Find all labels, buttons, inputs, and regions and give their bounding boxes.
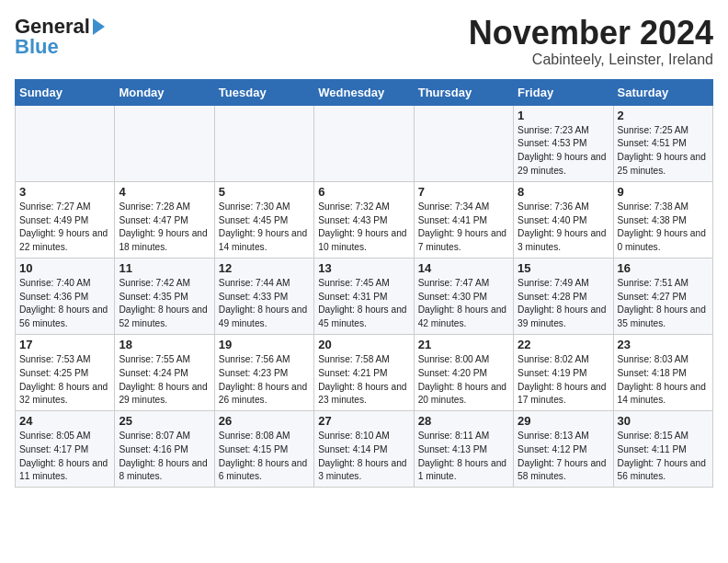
day-info: Sunrise: 7:28 AM Sunset: 4:47 PM Dayligh… bbox=[119, 201, 210, 255]
day-number: 22 bbox=[518, 338, 609, 351]
day-number: 7 bbox=[418, 185, 509, 199]
day-number: 3 bbox=[19, 185, 110, 199]
table-row: 9Sunrise: 7:38 AM Sunset: 4:38 PM Daylig… bbox=[613, 181, 712, 258]
day-number: 25 bbox=[119, 414, 210, 428]
day-info: Sunrise: 8:02 AM Sunset: 4:19 PM Dayligh… bbox=[518, 353, 609, 408]
day-info: Sunrise: 7:40 AM Sunset: 4:36 PM Dayligh… bbox=[19, 277, 110, 331]
day-number: 24 bbox=[19, 414, 110, 428]
day-info: Sunrise: 7:47 AM Sunset: 4:30 PM Dayligh… bbox=[418, 277, 509, 331]
day-info: Sunrise: 8:05 AM Sunset: 4:17 PM Dayligh… bbox=[19, 430, 110, 484]
title-area: November 2024 Cabinteely, Leinster, Irel… bbox=[469, 15, 713, 68]
table-row: 24Sunrise: 8:05 AM Sunset: 4:17 PM Dayli… bbox=[16, 411, 115, 488]
day-info: Sunrise: 7:27 AM Sunset: 4:49 PM Dayligh… bbox=[19, 201, 110, 255]
day-number: 29 bbox=[518, 414, 609, 428]
day-info: Sunrise: 7:38 AM Sunset: 4:38 PM Dayligh… bbox=[618, 201, 709, 255]
day-info: Sunrise: 8:10 AM Sunset: 4:14 PM Dayligh… bbox=[318, 430, 409, 484]
day-info: Sunrise: 7:51 AM Sunset: 4:27 PM Dayligh… bbox=[618, 277, 709, 331]
day-number: 16 bbox=[618, 261, 709, 275]
table-row: 20Sunrise: 7:58 AM Sunset: 4:21 PM Dayli… bbox=[314, 334, 414, 410]
logo: General Blue bbox=[15, 15, 105, 59]
calendar-table: Sunday Monday Tuesday Wednesday Thursday… bbox=[15, 79, 713, 488]
day-info: Sunrise: 7:42 AM Sunset: 4:35 PM Dayligh… bbox=[119, 277, 210, 331]
table-row: 17Sunrise: 7:53 AM Sunset: 4:25 PM Dayli… bbox=[16, 334, 115, 410]
subtitle: Cabinteely, Leinster, Ireland bbox=[469, 52, 713, 68]
day-info: Sunrise: 8:07 AM Sunset: 4:16 PM Dayligh… bbox=[119, 430, 210, 484]
day-number: 9 bbox=[618, 185, 709, 199]
day-number: 28 bbox=[418, 414, 509, 428]
day-number: 20 bbox=[318, 338, 409, 351]
day-number: 6 bbox=[318, 185, 409, 199]
day-info: Sunrise: 7:36 AM Sunset: 4:40 PM Dayligh… bbox=[518, 201, 609, 255]
day-info: Sunrise: 7:45 AM Sunset: 4:31 PM Dayligh… bbox=[318, 277, 409, 331]
day-number: 5 bbox=[219, 185, 310, 199]
table-row: 28Sunrise: 8:11 AM Sunset: 4:13 PM Dayli… bbox=[414, 411, 513, 488]
day-number: 15 bbox=[518, 261, 609, 275]
day-info: Sunrise: 7:49 AM Sunset: 4:28 PM Dayligh… bbox=[518, 277, 609, 331]
col-monday: Monday bbox=[115, 79, 214, 105]
day-info: Sunrise: 8:11 AM Sunset: 4:13 PM Dayligh… bbox=[418, 430, 509, 484]
day-info: Sunrise: 8:03 AM Sunset: 4:18 PM Dayligh… bbox=[618, 353, 709, 408]
table-row: 7Sunrise: 7:34 AM Sunset: 4:41 PM Daylig… bbox=[414, 181, 513, 258]
day-info: Sunrise: 8:13 AM Sunset: 4:12 PM Dayligh… bbox=[518, 430, 609, 484]
table-row: 29Sunrise: 8:13 AM Sunset: 4:12 PM Dayli… bbox=[514, 411, 613, 488]
table-row bbox=[214, 105, 313, 181]
table-row bbox=[16, 105, 115, 181]
table-row: 4Sunrise: 7:28 AM Sunset: 4:47 PM Daylig… bbox=[115, 181, 214, 258]
week-row-2: 10Sunrise: 7:40 AM Sunset: 4:36 PM Dayli… bbox=[16, 258, 713, 334]
table-row: 2Sunrise: 7:25 AM Sunset: 4:51 PM Daylig… bbox=[613, 105, 712, 181]
day-number: 30 bbox=[618, 414, 709, 428]
day-number: 19 bbox=[219, 338, 310, 351]
col-sunday: Sunday bbox=[16, 79, 115, 105]
table-row: 5Sunrise: 7:30 AM Sunset: 4:45 PM Daylig… bbox=[214, 181, 313, 258]
table-row: 27Sunrise: 8:10 AM Sunset: 4:14 PM Dayli… bbox=[314, 411, 414, 488]
day-info: Sunrise: 7:58 AM Sunset: 4:21 PM Dayligh… bbox=[318, 353, 409, 408]
table-row: 3Sunrise: 7:27 AM Sunset: 4:49 PM Daylig… bbox=[16, 181, 115, 258]
table-row: 11Sunrise: 7:42 AM Sunset: 4:35 PM Dayli… bbox=[115, 258, 214, 334]
day-number: 27 bbox=[318, 414, 409, 428]
day-number: 12 bbox=[219, 261, 310, 275]
table-row: 21Sunrise: 8:00 AM Sunset: 4:20 PM Dayli… bbox=[414, 334, 513, 410]
table-row: 18Sunrise: 7:55 AM Sunset: 4:24 PM Dayli… bbox=[115, 334, 214, 410]
table-row: 1Sunrise: 7:23 AM Sunset: 4:53 PM Daylig… bbox=[514, 105, 613, 181]
col-wednesday: Wednesday bbox=[314, 79, 414, 105]
table-row: 30Sunrise: 8:15 AM Sunset: 4:11 PM Dayli… bbox=[613, 411, 712, 488]
table-row: 15Sunrise: 7:49 AM Sunset: 4:28 PM Dayli… bbox=[514, 258, 613, 334]
week-row-0: 1Sunrise: 7:23 AM Sunset: 4:53 PM Daylig… bbox=[16, 105, 713, 181]
col-saturday: Saturday bbox=[613, 79, 712, 105]
week-row-3: 17Sunrise: 7:53 AM Sunset: 4:25 PM Dayli… bbox=[16, 334, 713, 410]
table-row: 19Sunrise: 7:56 AM Sunset: 4:23 PM Dayli… bbox=[214, 334, 313, 410]
day-number: 21 bbox=[418, 338, 509, 351]
table-row: 6Sunrise: 7:32 AM Sunset: 4:43 PM Daylig… bbox=[314, 181, 414, 258]
table-row: 22Sunrise: 8:02 AM Sunset: 4:19 PM Dayli… bbox=[514, 334, 613, 410]
week-row-4: 24Sunrise: 8:05 AM Sunset: 4:17 PM Dayli… bbox=[16, 411, 713, 488]
day-number: 18 bbox=[119, 338, 210, 351]
day-number: 10 bbox=[19, 261, 110, 275]
day-info: Sunrise: 7:32 AM Sunset: 4:43 PM Dayligh… bbox=[318, 201, 409, 255]
table-row: 13Sunrise: 7:45 AM Sunset: 4:31 PM Dayli… bbox=[314, 258, 414, 334]
table-row: 26Sunrise: 8:08 AM Sunset: 4:15 PM Dayli… bbox=[214, 411, 313, 488]
day-info: Sunrise: 8:00 AM Sunset: 4:20 PM Dayligh… bbox=[418, 353, 509, 408]
header: General Blue November 2024 Cabinteely, L… bbox=[15, 15, 713, 68]
table-row: 16Sunrise: 7:51 AM Sunset: 4:27 PM Dayli… bbox=[613, 258, 712, 334]
day-number: 11 bbox=[119, 261, 210, 275]
logo-blue: Blue bbox=[15, 35, 59, 59]
table-row: 12Sunrise: 7:44 AM Sunset: 4:33 PM Dayli… bbox=[214, 258, 313, 334]
logo-arrow-icon bbox=[93, 18, 105, 35]
col-tuesday: Tuesday bbox=[214, 79, 313, 105]
day-info: Sunrise: 7:34 AM Sunset: 4:41 PM Dayligh… bbox=[418, 201, 509, 255]
table-row: 14Sunrise: 7:47 AM Sunset: 4:30 PM Dayli… bbox=[414, 258, 513, 334]
day-info: Sunrise: 7:55 AM Sunset: 4:24 PM Dayligh… bbox=[119, 353, 210, 408]
day-number: 4 bbox=[119, 185, 210, 199]
table-row: 25Sunrise: 8:07 AM Sunset: 4:16 PM Dayli… bbox=[115, 411, 214, 488]
day-info: Sunrise: 7:25 AM Sunset: 4:51 PM Dayligh… bbox=[618, 124, 709, 178]
calendar-header-row: Sunday Monday Tuesday Wednesday Thursday… bbox=[16, 79, 713, 105]
table-row bbox=[414, 105, 513, 181]
col-thursday: Thursday bbox=[414, 79, 513, 105]
day-info: Sunrise: 8:15 AM Sunset: 4:11 PM Dayligh… bbox=[618, 430, 709, 484]
day-info: Sunrise: 7:56 AM Sunset: 4:23 PM Dayligh… bbox=[219, 353, 310, 408]
day-number: 13 bbox=[318, 261, 409, 275]
day-info: Sunrise: 7:53 AM Sunset: 4:25 PM Dayligh… bbox=[19, 353, 110, 408]
table-row bbox=[314, 105, 414, 181]
day-number: 17 bbox=[19, 338, 110, 351]
day-number: 2 bbox=[618, 109, 709, 122]
